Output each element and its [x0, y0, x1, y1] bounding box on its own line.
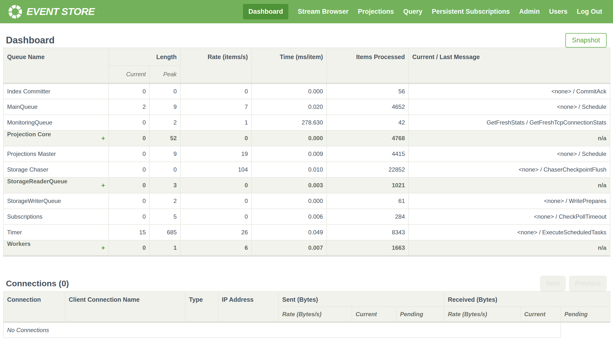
nav-item-users[interactable]: Users [549, 4, 567, 19]
col-length-current: Current [109, 66, 150, 83]
current-cell: 0 [109, 193, 150, 209]
connections-title: Connections (0) [6, 279, 69, 288]
queue-name-cell: Timer [3, 224, 109, 240]
expand-plus-icon[interactable]: + [101, 240, 105, 255]
queue-name-cell: Subscriptions [3, 209, 109, 224]
col-received-bytes: Received (Bytes) [444, 291, 610, 307]
time-cell: 0.000 [252, 193, 327, 209]
peak-cell: 0 [150, 83, 180, 99]
message-cell: GetFreshStats / GetFreshTcpConnectionSta… [409, 115, 610, 130]
current-cell: 2 [109, 99, 150, 115]
table-row: StorageWriterQueue 0 2 0 0.000 61 <none>… [3, 193, 610, 209]
time-cell: 0.020 [252, 99, 327, 115]
nav-item-persistent-subscriptions[interactable]: Persistent Subscriptions [432, 4, 510, 19]
queue-name-cell: StorageReaderQueue + [3, 178, 109, 193]
previous-button[interactable]: Previous [569, 276, 607, 291]
current-cell: 0 [109, 146, 150, 162]
connections-table-header: Connection Client Connection Name Type I… [3, 291, 610, 322]
no-connections-message: No Connections [3, 322, 561, 338]
event-store-logo-icon [7, 4, 23, 20]
queue-name-cell: MainQueue [3, 99, 109, 115]
time-cell: 0.003 [252, 178, 327, 193]
expand-plus-icon[interactable]: + [101, 178, 105, 193]
nav-item-log-out[interactable]: Log Out [577, 4, 602, 19]
peak-cell: 9 [150, 146, 180, 162]
items-cell: 1663 [327, 240, 409, 256]
col-length-peak: Peak [150, 66, 180, 83]
col-connection: Connection [3, 291, 65, 322]
table-row: Projections Master 0 9 19 0.009 4415 <no… [3, 146, 610, 162]
connections-table: Connection Client Connection Name Type I… [3, 291, 610, 338]
time-cell: 0.007 [252, 240, 327, 256]
message-cell: <none> / ExecuteScheduledTasks [409, 224, 610, 240]
queue-name-cell: StorageWriterQueue [3, 193, 109, 209]
col-time: Time (ms/item) [252, 48, 327, 83]
table-row-group: Projection Core + 0 52 0 0.000 4768 n/a [3, 130, 610, 146]
current-cell: 15 [109, 224, 150, 240]
items-cell: 284 [327, 209, 409, 224]
page-header: Dashboard Snapshot [6, 33, 607, 48]
time-cell: 0.000 [252, 130, 327, 146]
table-row-group: Workers + 0 1 6 0.007 1663 n/a [3, 240, 610, 256]
queue-name-cell: Storage Chaser [3, 162, 109, 178]
items-cell: 4415 [327, 146, 409, 162]
rate-cell: 0 [180, 178, 252, 193]
table-row: MonitoringQueue 0 2 1 278.630 42 GetFres… [3, 115, 610, 130]
rate-cell: 7 [180, 99, 252, 115]
message-cell: <none> / CheckPollTimeout [409, 209, 610, 224]
col-received-current: Current [520, 307, 561, 322]
queue-name-cell: MonitoringQueue [3, 115, 109, 130]
peak-cell: 685 [150, 224, 180, 240]
time-cell: 0.049 [252, 224, 327, 240]
peak-cell: 2 [150, 193, 180, 209]
page-title: Dashboard [6, 35, 54, 46]
items-cell: 22852 [327, 162, 409, 178]
snapshot-button[interactable]: Snapshot [565, 33, 607, 48]
items-cell: 56 [327, 83, 409, 99]
nav-item-projections[interactable]: Projections [358, 4, 394, 19]
time-cell: 0.010 [252, 162, 327, 178]
col-client-connection-name: Client Connection Name [65, 291, 185, 322]
queue-name-label: Workers [7, 240, 31, 247]
col-items-processed: Items Processed [327, 48, 409, 83]
rate-cell: 26 [180, 224, 252, 240]
expand-plus-icon[interactable]: + [101, 131, 105, 146]
no-connections-row: No Connections [3, 322, 610, 338]
peak-cell: 3 [150, 178, 180, 193]
nav-item-admin[interactable]: Admin [519, 4, 540, 19]
col-sent-rate: Rate (Bytes/s) [279, 307, 352, 322]
items-cell: 1021 [327, 178, 409, 193]
time-cell: 278.630 [252, 115, 327, 130]
nav-item-stream-browser[interactable]: Stream Browser [298, 4, 348, 19]
table-row: Storage Chaser 0 0 104 0.010 22852 <none… [3, 162, 610, 178]
col-received-pending: Pending [561, 307, 610, 322]
items-cell: 4652 [327, 99, 409, 115]
current-cell: 0 [109, 115, 150, 130]
col-type: Type [185, 291, 218, 322]
rate-cell: 104 [180, 162, 252, 178]
rate-cell: 0 [180, 130, 252, 146]
current-cell: 0 [109, 83, 150, 99]
col-sent-current: Current [352, 307, 396, 322]
next-button[interactable]: Next [540, 276, 566, 291]
table-row: MainQueue 2 9 7 0.020 4652 <none> / Sche… [3, 99, 610, 115]
nav-item-dashboard[interactable]: Dashboard [243, 4, 288, 19]
brand: EVENT STORE . [7, 4, 99, 20]
rate-cell: 0 [180, 193, 252, 209]
rate-cell: 0 [180, 83, 252, 99]
rate-cell: 19 [180, 146, 252, 162]
queue-name-cell: Projections Master [3, 146, 109, 162]
time-cell: 0.009 [252, 146, 327, 162]
message-cell: <none> / Schedule [409, 146, 610, 162]
message-cell: n/a [409, 130, 610, 146]
current-cell: 0 [109, 162, 150, 178]
pager-buttons: Next Previous [540, 276, 607, 291]
top-nav-bar: EVENT STORE . Dashboard Stream Browser P… [0, 0, 613, 23]
nav-item-query[interactable]: Query [403, 4, 422, 19]
peak-cell: 52 [150, 130, 180, 146]
queue-name-label: StorageReaderQueue [7, 178, 67, 184]
peak-cell: 0 [150, 162, 180, 178]
message-cell: n/a [409, 178, 610, 193]
peak-cell: 1 [150, 240, 180, 256]
items-cell: 61 [327, 193, 409, 209]
